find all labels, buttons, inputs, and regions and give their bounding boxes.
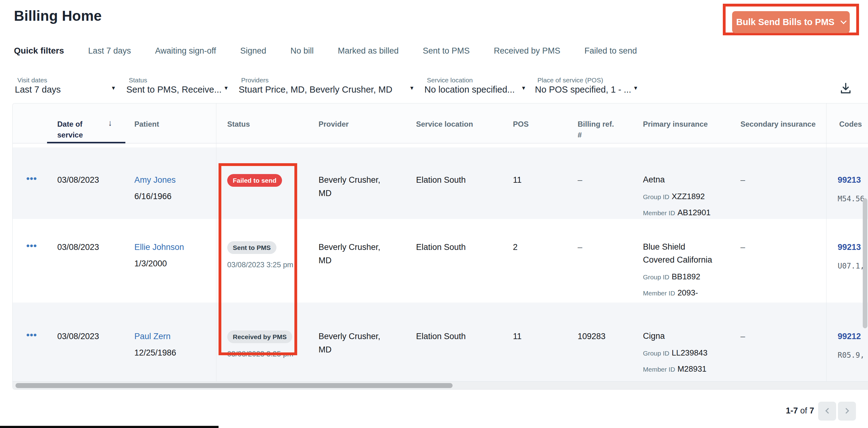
quick-filters-bar: Quick filters Last 7 days Awaiting sign-…: [14, 46, 637, 56]
row-actions-menu[interactable]: •••: [26, 174, 37, 184]
member-id-label: Member ID: [643, 366, 675, 373]
group-id-value: XZZ1892: [672, 192, 705, 201]
vertical-scrollbar-thumb[interactable]: [863, 198, 867, 328]
horizontal-scrollbar-thumb[interactable]: [16, 383, 453, 388]
quick-filter-awaiting-sign-off[interactable]: Awaiting sign-off: [155, 46, 216, 56]
visit-dates-filter[interactable]: Last 7 days: [15, 85, 61, 95]
cpt-code-link[interactable]: 99212: [838, 330, 868, 343]
pos-dropdown-arrow-icon[interactable]: ▼: [633, 85, 638, 91]
group-id-value: LL239843: [672, 348, 708, 357]
quick-filter-sent-to-pms[interactable]: Sent to PMS: [423, 46, 470, 56]
chevron-right-icon: [843, 408, 849, 414]
provider-name: Beverly Crusher, MD: [318, 174, 385, 200]
sort-desc-icon[interactable]: ↓: [108, 118, 112, 128]
pinned-left-column-divider: [216, 103, 216, 381]
secondary-insurance: –: [741, 174, 745, 187]
quick-filter-signed[interactable]: Signed: [240, 46, 266, 56]
download-button[interactable]: [838, 81, 854, 97]
pagination-range: 1-7 of 7: [758, 406, 814, 416]
row-actions-menu[interactable]: •••: [26, 241, 37, 251]
page-title: Billing Home: [14, 7, 102, 24]
date-of-service: 03/08/2023: [57, 330, 99, 343]
column-header-primary-insurance: Primary insurance: [643, 119, 708, 130]
pinned-right-column-divider: [826, 103, 827, 381]
column-header-pos: POS: [513, 119, 529, 130]
quick-filter-last-7-days[interactable]: Last 7 days: [88, 46, 131, 56]
pagination: 1-7 of 7: [758, 402, 858, 421]
download-icon: [839, 82, 852, 95]
provider-name: Beverly Crusher, MD: [318, 330, 385, 357]
column-header-secondary-insurance: Secondary insurance: [741, 119, 816, 130]
provider-name: Beverly Crusher, MD: [318, 241, 385, 267]
service-location-dropdown-arrow-icon[interactable]: ▼: [521, 85, 526, 91]
service-location: Elation South: [416, 241, 497, 254]
providers-filter[interactable]: Stuart Price, MD, Beverly Crusher, MD: [239, 85, 392, 95]
patient-link[interactable]: Amy Jones: [134, 174, 206, 187]
status-dropdown-arrow-icon[interactable]: ▼: [223, 85, 229, 91]
billing-ref: 109283: [578, 330, 624, 343]
pos-code: 11: [513, 174, 522, 187]
bulk-send-bills-button[interactable]: Bulk Send Bills to PMS: [732, 11, 850, 33]
chevron-down-icon: [840, 18, 847, 24]
pagination-next-button[interactable]: [838, 402, 856, 421]
primary-insurance-name: Blue Shield Covered California: [643, 241, 719, 267]
group-id-label: Group ID: [643, 273, 669, 281]
pos-filter[interactable]: No POS specified, 1 - ...: [535, 85, 631, 95]
column-header-patient: Patient: [134, 119, 159, 130]
date-of-service: 03/08/2023: [57, 174, 99, 187]
member-id-value: M28931: [677, 364, 706, 373]
service-location-filter-label: Service location: [427, 77, 473, 84]
bottom-dock-strip: [0, 426, 219, 428]
cpt-code-link[interactable]: 99213: [838, 174, 868, 187]
primary-insurance-name: Aetna: [643, 174, 719, 186]
providers-dropdown-arrow-icon[interactable]: ▼: [409, 85, 414, 91]
column-header-provider: Provider: [318, 119, 348, 130]
horizontal-scrollbar[interactable]: [13, 381, 868, 389]
sort-active-underline: [47, 142, 125, 143]
dx-codes: R05.9,: [838, 349, 868, 361]
table-row: ••• 03/08/2023 Amy Jones 6/16/1966 Faile…: [13, 147, 868, 219]
secondary-insurance: –: [741, 241, 745, 254]
bulk-send-bills-label: Bulk Send Bills to PMS: [736, 17, 834, 27]
billing-ref: –: [578, 241, 624, 254]
column-header-billing-ref: Billing ref. #: [578, 119, 619, 141]
quick-filter-marked-as-billed[interactable]: Marked as billed: [338, 46, 399, 56]
quick-filter-no-bill[interactable]: No bill: [290, 46, 314, 56]
visit-dates-dropdown-arrow-icon[interactable]: ▼: [111, 85, 116, 91]
quick-filter-received-by-pms[interactable]: Received by PMS: [494, 46, 560, 56]
table-row: ••• 03/08/2023 Paul Zern 12/25/1986 Rece…: [13, 303, 868, 382]
quick-filters-label: Quick filters: [14, 46, 64, 56]
quick-filter-failed-to-send[interactable]: Failed to send: [584, 46, 637, 56]
visit-dates-filter-label: Visit dates: [17, 77, 48, 84]
group-id-label: Group ID: [643, 193, 669, 201]
patient-dob: 1/3/2000: [134, 257, 206, 270]
column-header-service-location: Service location: [416, 119, 473, 130]
patient-dob: 6/16/1966: [134, 190, 206, 203]
billing-ref: –: [578, 174, 624, 187]
annotation-highlight-bulk-button: Bulk Send Bills to PMS: [723, 4, 859, 35]
pos-code: 11: [513, 330, 522, 343]
table-row: ••• 03/08/2023 Ellie Johnson 1/3/2000 Se…: [13, 219, 868, 303]
row-actions-menu[interactable]: •••: [26, 330, 37, 340]
member-id-label: Member ID: [643, 209, 675, 216]
column-header-date-of-service[interactable]: Date of service: [57, 119, 90, 141]
status-filter[interactable]: Sent to PMS, Receive...: [126, 85, 222, 95]
date-of-service: 03/08/2023: [57, 241, 99, 254]
billing-table: Date of service ↓ Patient Status Provide…: [12, 103, 868, 390]
patient-link[interactable]: Paul Zern: [134, 330, 206, 343]
patient-link[interactable]: Ellie Johnson: [134, 241, 206, 254]
primary-insurance-name: Cigna: [643, 330, 719, 343]
billing-home-page: Billing Home Bulk Send Bills to PMS Quic…: [0, 0, 868, 428]
column-header-codes: Codes: [839, 119, 862, 130]
group-id-value: BB1892: [672, 272, 701, 281]
service-location: Elation South: [416, 330, 497, 343]
secondary-insurance: –: [741, 330, 745, 343]
service-location-filter[interactable]: No location specified...: [425, 85, 515, 95]
member-id-label: Member ID: [643, 289, 675, 297]
pos-filter-label: Place of service (POS): [537, 77, 603, 84]
group-id-label: Group ID: [643, 350, 669, 357]
table-header-row: Date of service ↓ Patient Status Provide…: [13, 103, 868, 143]
pagination-prev-button[interactable]: [818, 402, 836, 421]
providers-filter-label: Providers: [241, 77, 269, 84]
pos-code: 2: [513, 241, 518, 254]
